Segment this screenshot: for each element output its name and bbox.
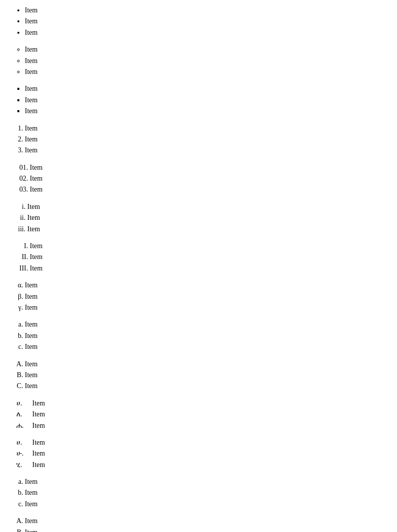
list-item: Item — [27, 224, 387, 235]
lower-alpha-2-list: Item Item Item — [10, 476, 387, 510]
list-item: Item — [25, 56, 387, 66]
list-item: Item — [25, 44, 387, 55]
list-item: Item — [25, 319, 387, 330]
list-item: ሀ.Item — [32, 398, 387, 409]
circle-list-section: Item Item Item — [10, 44, 387, 77]
upper-alpha-list: Item Item Item — [10, 359, 387, 392]
list-item: Item — [27, 201, 387, 212]
list-item: Item — [25, 106, 387, 117]
list-item: Item — [25, 370, 387, 381]
list-item: Item — [25, 516, 387, 527]
list-item: ለ.Item — [32, 409, 387, 420]
list-item: Item — [25, 280, 387, 291]
lower-alpha-list-section: Item Item Item — [10, 319, 387, 352]
decimal-list-section: Item Item Item — [10, 123, 387, 156]
upper-alpha-list-section: Item Item Item — [10, 359, 387, 392]
square-list-section: Item Item Item — [10, 83, 387, 117]
list-item: Item — [25, 27, 387, 38]
circle-list: Item Item Item — [10, 44, 387, 77]
list-item: Item — [25, 341, 387, 352]
list-item: Item — [25, 16, 387, 27]
list-item: Item — [27, 212, 387, 223]
list-item: Item — [25, 83, 387, 94]
list-item: Item — [25, 302, 387, 313]
list-item: Item — [25, 291, 387, 302]
list-item: Item — [25, 145, 387, 156]
list-item: Item — [25, 476, 387, 487]
decimal-leading-zero-list-section: Item Item Item — [10, 162, 387, 196]
list-item: Item — [30, 184, 387, 195]
lower-greek-list: Item Item Item — [10, 280, 387, 313]
list-item: Item — [25, 487, 387, 498]
upper-alpha-2-list-section: Item Item Item — [10, 516, 387, 532]
lower-roman-list: Item Item Item — [10, 201, 387, 235]
decimal-list: Item Item Item — [10, 123, 387, 156]
disc-list-section: Item Item Item — [10, 5, 387, 38]
list-item: Item — [30, 263, 387, 274]
list-item: Item — [30, 241, 387, 252]
upper-alpha-2-list: Item Item Item — [10, 516, 387, 532]
list-item: Item — [25, 134, 387, 145]
upper-roman-list: Item Item Item — [10, 241, 387, 274]
list-item: Item — [25, 95, 387, 106]
disc-list: Item Item Item — [10, 5, 387, 38]
list-item: Item — [30, 173, 387, 184]
lower-greek-list-section: Item Item Item — [10, 280, 387, 313]
list-item: ሀ.Item — [32, 437, 387, 448]
list-item: Item — [25, 359, 387, 370]
list-item: Item — [25, 527, 387, 532]
list-item: Item — [25, 123, 387, 134]
lower-roman-list-section: Item Item Item — [10, 201, 387, 235]
square-list: Item Item Item — [10, 83, 387, 117]
upper-roman-list-section: Item Item Item — [10, 241, 387, 274]
decimal-leading-zero-list: Item Item Item — [10, 162, 387, 196]
lower-alpha-list: Item Item Item — [10, 319, 387, 352]
ethiopic-2-list: ሀ.Item ሁ.Item ሂ.Item — [10, 437, 387, 470]
list-item: Item — [25, 66, 387, 77]
list-item: ሐ.Item — [32, 420, 387, 431]
ethiopic-1-list: ሀ.Item ለ.Item ሐ.Item — [10, 398, 387, 431]
list-item: Item — [25, 331, 387, 341]
list-item: Item — [25, 499, 387, 510]
list-item: ሂ.Item — [32, 460, 387, 470]
list-item: Item — [25, 5, 387, 16]
ethiopic-2-list-section: ሀ.Item ሁ.Item ሂ.Item — [10, 437, 387, 470]
ethiopic-1-list-section: ሀ.Item ለ.Item ሐ.Item — [10, 398, 387, 431]
list-item: Item — [25, 381, 387, 392]
list-item: ሁ.Item — [32, 448, 387, 459]
list-item: Item — [30, 252, 387, 263]
lower-alpha-2-list-section: Item Item Item — [10, 476, 387, 510]
list-item: Item — [30, 162, 387, 173]
